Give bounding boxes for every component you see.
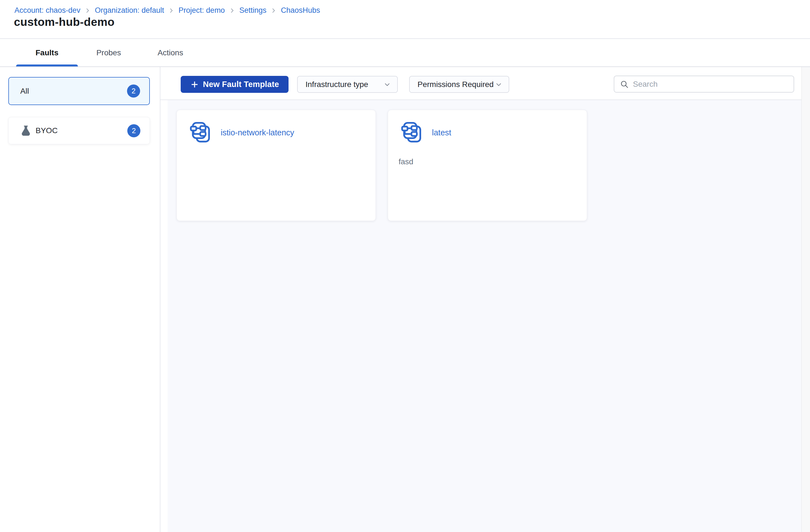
tab-faults[interactable]: Faults bbox=[16, 39, 78, 67]
permissions-required-label: Permissions Required bbox=[418, 80, 494, 89]
fault-template-card[interactable]: istio-network-latency bbox=[177, 110, 376, 221]
tab-bar: Faults Probes Actions bbox=[16, 39, 201, 67]
filter-all-label: All bbox=[20, 87, 29, 96]
chevron-right-icon bbox=[168, 7, 174, 14]
breadcrumb: Account: chaos-dev Organization: default… bbox=[14, 6, 320, 15]
tab-faults-label: Faults bbox=[36, 48, 59, 57]
tab-actions[interactable]: Actions bbox=[140, 39, 201, 67]
page-title: custom-hub-demo bbox=[14, 16, 114, 29]
tab-actions-label: Actions bbox=[158, 48, 183, 57]
search-icon bbox=[620, 80, 629, 88]
sidebar-item-all[interactable]: All 2 bbox=[9, 77, 150, 105]
chevron-right-icon bbox=[84, 7, 91, 14]
fault-template-card[interactable]: latest fasd bbox=[388, 110, 587, 221]
breadcrumb-chaoshubs-link[interactable]: ChaosHubs bbox=[281, 6, 320, 15]
flask-icon bbox=[20, 125, 32, 137]
filter-byoc-label: BYOC bbox=[36, 126, 58, 135]
tab-probes[interactable]: Probes bbox=[78, 39, 140, 67]
search-field bbox=[614, 76, 794, 93]
chevron-down-icon bbox=[495, 81, 503, 88]
fault-template-title[interactable]: istio-network-latency bbox=[221, 128, 294, 137]
filter-all-count-badge: 2 bbox=[127, 84, 140, 98]
toolbar-divider bbox=[160, 99, 801, 100]
chevron-right-icon bbox=[229, 7, 235, 14]
chevron-right-icon bbox=[271, 7, 277, 14]
tab-probes-label: Probes bbox=[96, 48, 121, 57]
filter-byoc-count-badge: 2 bbox=[127, 124, 140, 137]
tab-divider bbox=[0, 66, 810, 67]
breadcrumb-settings-link[interactable]: Settings bbox=[239, 6, 266, 15]
fault-template-icon bbox=[190, 121, 213, 145]
breadcrumb-project-link[interactable]: Project: demo bbox=[178, 6, 225, 15]
new-fault-template-button[interactable]: New Fault Template bbox=[181, 76, 289, 93]
fault-template-title[interactable]: latest bbox=[432, 128, 451, 137]
new-fault-template-label: New Fault Template bbox=[203, 80, 279, 89]
fault-template-description: fasd bbox=[399, 157, 414, 166]
infrastructure-type-dropdown[interactable]: Infrastructure type bbox=[297, 76, 398, 93]
plus-icon bbox=[190, 80, 199, 89]
sidebar-divider bbox=[160, 67, 160, 532]
breadcrumb-organization-link[interactable]: Organization: default bbox=[95, 6, 164, 15]
chevron-down-icon bbox=[383, 81, 391, 88]
sidebar-item-byoc[interactable]: BYOC 2 bbox=[9, 117, 150, 144]
fault-template-icon bbox=[401, 121, 425, 145]
search-input[interactable] bbox=[633, 80, 788, 88]
chaoshub-page: Account: chaos-dev Organization: default… bbox=[0, 0, 810, 532]
vertical-scrollbar[interactable] bbox=[801, 67, 810, 532]
permissions-required-dropdown[interactable]: Permissions Required bbox=[409, 76, 509, 93]
breadcrumb-account-link[interactable]: Account: chaos-dev bbox=[14, 6, 80, 15]
infrastructure-type-label: Infrastructure type bbox=[306, 80, 368, 89]
